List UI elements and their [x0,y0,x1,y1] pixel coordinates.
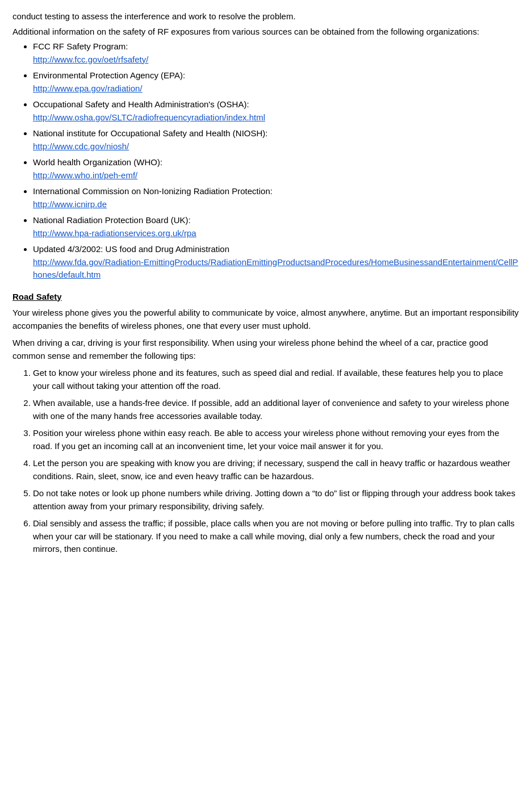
org-url-7[interactable]: http://www.hpa-radiationservices.org.uk/… [33,228,196,238]
org-name-6: International Commission on Non-Ionizing… [33,186,273,196]
org-name-7: National Radiation Protection Board (UK)… [33,215,191,225]
list-item: International Commission on Non-Ionizing… [33,185,520,211]
list-item: National Radiation Protection Board (UK)… [33,214,520,240]
intro-line2: Additional information on the safety of … [12,26,520,39]
list-item: Updated 4/3/2002: US food and Drug Admin… [33,243,520,282]
tip-item-4: Let the person you are speaking with kno… [33,457,520,483]
org-url-6[interactable]: http://www.icnirp.de [33,199,107,209]
org-url-8[interactable]: http://www.fda.gov/Radiation-EmittingPro… [33,257,518,280]
list-item: Environmental Protection Agency (EPA): h… [33,69,520,95]
road-safety-tips-list: Get to know your wireless phone and its … [12,367,520,556]
tip-item-5: Do not take notes or look up phone numbe… [33,487,520,513]
list-item: FCC RF Safety Program: http://www.fcc.go… [33,40,520,66]
org-name-8: Updated 4/3/2002: US food and Drug Admin… [33,244,229,254]
tip-item-1: Get to know your wireless phone and its … [33,367,520,392]
org-url-2[interactable]: http://www.epa.gov/radiation/ [33,83,143,93]
tip-item-2: When available, use a hands-free device.… [33,397,520,422]
org-name-1: FCC RF Safety Program: [33,41,128,51]
org-url-4[interactable]: http://www.cdc.gov/niosh/ [33,141,129,151]
org-name-5: World health Organization (WHO): [33,157,162,167]
road-safety-para1: Your wireless phone gives you the powerf… [12,307,520,332]
list-item: Occupational Safety and Health Administr… [33,98,520,124]
list-item: World health Organization (WHO): http://… [33,156,520,182]
org-name-2: Environmental Protection Agency (EPA): [33,70,185,80]
tip-item-6: Dial sensibly and assess the traffic; if… [33,517,520,556]
road-safety-heading: Road Safety [12,291,520,304]
org-url-5[interactable]: http://www.who.int/peh-emf/ [33,170,137,180]
org-name-4: National institute for Occupational Safe… [33,128,268,138]
org-name-3: Occupational Safety and Health Administr… [33,99,249,109]
org-url-3[interactable]: http://www.osha.gov/SLTC/radiofrequencyr… [33,112,265,122]
organizations-list: FCC RF Safety Program: http://www.fcc.go… [12,40,520,282]
list-item: National institute for Occupational Safe… [33,127,520,153]
org-url-1[interactable]: http://www.fcc.gov/oet/rfsafety/ [33,55,148,64]
road-safety-para2: When driving a car, driving is your firs… [12,337,520,362]
intro-line1: conduct testing to assess the interferen… [12,10,520,23]
tip-item-3: Position your wireless phone within easy… [33,427,520,452]
